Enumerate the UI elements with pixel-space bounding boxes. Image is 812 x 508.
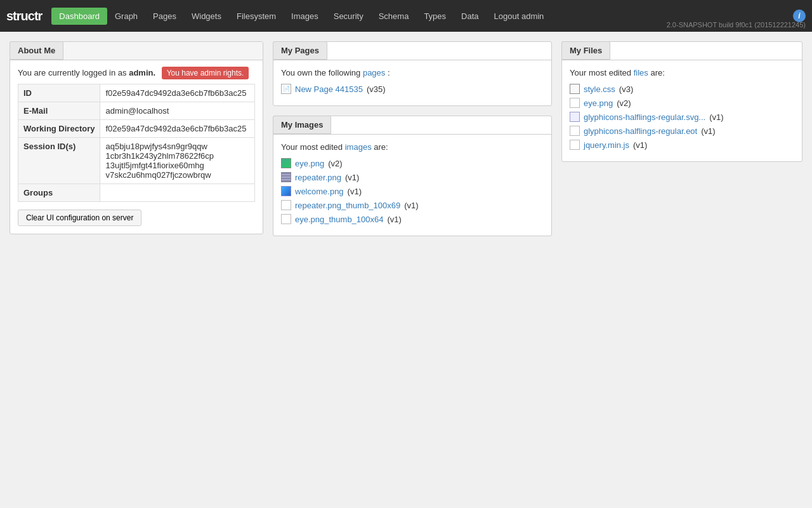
label-id: ID [18,84,100,102]
file-icon [570,98,580,108]
nav-filesystem[interactable]: Filesystem [229,8,284,25]
my-images-panel: My Images Your most edited images are: e… [273,116,552,236]
image-version: (v1) [345,173,359,182]
files-list: style.css (v3) eye.png (v2) glyphicons-h… [570,84,794,150]
nav-images[interactable]: Images [284,8,326,25]
file-link[interactable]: eye.png [584,98,613,108]
label-session-ids: Session ID(s) [18,138,100,184]
nav-security[interactable]: Security [326,8,371,25]
username: admin. [129,68,155,77]
pages-list: 📄 New Page 441535 (v35) [281,84,544,94]
about-me-body: You are currently logged in as admin. Yo… [10,60,263,234]
list-item: repeater.png_thumb_100x69 (v1) [281,200,544,210]
image-link[interactable]: welcome.png [295,187,344,196]
table-row: ID f02e59a47dc9492da3e6cb7fb6b3ac25 [18,84,255,102]
image-version: (v2) [328,159,342,168]
info-icon[interactable]: i [793,10,806,22]
login-status: You are currently logged in as admin. Yo… [18,68,255,77]
my-files-tab-container: My Files [562,42,802,60]
pages-link[interactable]: pages [363,68,385,77]
file-link[interactable]: style.css [584,84,615,94]
list-item: welcome.png (v1) [281,186,544,196]
list-item: glyphicons-halflings-regular.eot (v1) [570,126,794,136]
main-content: About Me You are currently logged in as … [0,32,812,246]
clear-ui-button[interactable]: Clear UI configuration on server [18,210,141,226]
app-logo: structr [6,9,42,23]
images-link[interactable]: images [345,142,372,152]
my-files-body: Your most edited files are: style.css (v… [562,60,802,161]
table-row: Groups [18,184,255,202]
admin-badge: You have admin rights. [162,67,249,79]
pages-desc-suffix: : [388,68,390,77]
pages-description: You own the following pages : [281,68,544,77]
image-thumbnail-icon [281,214,291,224]
value-id: f02e59a47dc9492da3e6cb7fb6b3ac25 [100,84,255,102]
file-icon [570,112,580,122]
image-version: (v1) [404,201,418,210]
list-item: repeater.png (v1) [281,172,544,182]
col-middle: My Pages You own the following pages : 📄… [273,41,552,236]
user-info-table: ID f02e59a47dc9492da3e6cb7fb6b3ac25 E-Ma… [18,84,255,202]
logged-in-text: You are currently logged in as [18,68,127,77]
file-link[interactable]: glyphicons-halflings-regular.eot [584,126,697,136]
files-desc-suffix: are: [650,68,664,77]
image-version: (v1) [348,187,362,196]
nav-dashboard[interactable]: Dashboard [51,8,107,25]
page-icon: 📄 [281,84,291,94]
label-email: E-Mail [18,102,100,120]
label-working-dir: Working Directory [18,120,100,138]
file-link[interactable]: glyphicons-halflings-regular.svg... [584,112,705,122]
my-images-tab[interactable]: My Images [273,116,331,134]
image-link[interactable]: repeater.png_thumb_100x69 [295,201,400,210]
list-item: jquery.min.js (v1) [570,140,794,150]
image-link[interactable]: eye.png [295,159,324,168]
my-pages-body: You own the following pages : 📄 New Page… [273,60,551,105]
table-row: Working Directory f02e59a47dc9492da3e6cb… [18,120,255,138]
file-version: (v3) [619,84,633,94]
nav-graph[interactable]: Graph [107,8,145,25]
image-thumbnail-icon [281,200,291,210]
file-icon [570,84,580,94]
my-pages-tab-container: My Pages [273,42,551,60]
label-groups: Groups [18,184,100,202]
value-groups [100,184,255,202]
nav-schema[interactable]: Schema [371,8,417,25]
images-desc-prefix: Your most edited [281,142,343,152]
pages-desc-prefix: You own the following [281,68,360,77]
file-icon [570,126,580,136]
list-item: glyphicons-halflings-regular.svg... (v1) [570,112,794,122]
file-version: (v1) [701,126,715,136]
my-images-body: Your most edited images are: eye.png (v2… [273,135,551,236]
files-desc-prefix: Your most edited [570,68,631,77]
version-text: 2.0-SNAPSHOT build 9f0c1 (201512221245) [667,21,806,29]
images-desc-suffix: are: [374,142,388,152]
nav-widgets[interactable]: Widgets [184,8,229,25]
images-list: eye.png (v2) repeater.png (v1) welcome.p… [281,158,544,224]
file-version: (v2) [617,98,631,108]
list-item: eye.png (v2) [281,158,544,168]
my-files-tab[interactable]: My Files [561,41,610,60]
file-version: (v1) [709,112,723,122]
page-version: (v35) [367,84,386,94]
file-icon [570,140,580,150]
value-working-dir: f02e59a47dc9492da3e6cb7fb6b3ac25 [100,120,255,138]
about-me-tab-container: About Me [10,42,263,60]
image-thumbnail-icon [281,172,291,182]
about-me-panel: About Me You are currently logged in as … [10,41,263,234]
files-link[interactable]: files [634,68,648,77]
image-link[interactable]: repeater.png [295,173,341,182]
page-link[interactable]: New Page 441535 [295,84,363,94]
list-item: eye.png (v2) [570,98,794,108]
my-images-tab-container: My Images [273,116,551,135]
nav-types[interactable]: Types [416,8,454,25]
image-version: (v1) [388,215,402,224]
table-row: Session ID(s) aq5bju18pwjfys4sn9gr9qqw 1… [18,138,255,184]
nav-logout[interactable]: Logout admin [487,8,552,25]
image-link[interactable]: eye.png_thumb_100x64 [295,215,384,224]
nav-data[interactable]: Data [454,8,486,25]
my-pages-tab[interactable]: My Pages [273,41,327,60]
nav-pages[interactable]: Pages [145,8,184,25]
file-link[interactable]: jquery.min.js [584,140,629,150]
value-email: admin@localhost [100,102,255,120]
about-me-tab[interactable]: About Me [10,41,63,60]
